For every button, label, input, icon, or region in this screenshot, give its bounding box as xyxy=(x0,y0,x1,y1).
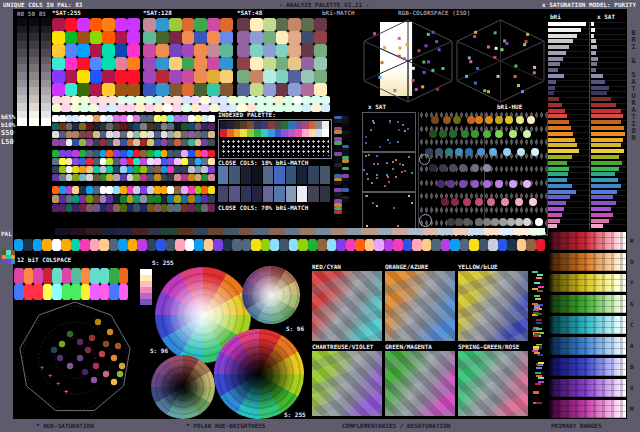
cell xyxy=(194,31,207,44)
swatch xyxy=(315,228,330,235)
sat128-toggle[interactable]: *SAT:128 xyxy=(143,9,172,17)
cell xyxy=(133,204,140,212)
tick xyxy=(536,319,542,321)
swatch xyxy=(309,129,316,137)
scatter-dot xyxy=(471,164,479,172)
cell xyxy=(127,139,134,146)
cell xyxy=(100,195,107,203)
cell xyxy=(422,239,431,251)
cell xyxy=(100,150,107,157)
swatch xyxy=(41,41,51,49)
cell xyxy=(237,57,250,70)
cell xyxy=(195,158,202,165)
pal-strip-bright xyxy=(14,239,545,251)
swatch xyxy=(193,228,208,235)
cell xyxy=(140,139,147,146)
cell xyxy=(156,83,169,96)
cell xyxy=(219,96,228,104)
cell xyxy=(181,150,188,157)
cube-dot xyxy=(465,75,468,78)
swatch xyxy=(297,166,307,184)
swatch xyxy=(41,72,51,80)
cell xyxy=(79,123,86,130)
cell xyxy=(298,239,307,251)
cell xyxy=(182,96,191,104)
cell xyxy=(120,139,127,146)
section-complementaries[interactable]: COMPLEMENTARIES / DESATURATION xyxy=(342,422,450,430)
dot xyxy=(365,136,367,138)
cell xyxy=(147,150,154,157)
cell xyxy=(161,186,168,194)
bri-bar xyxy=(548,178,567,182)
swatch xyxy=(514,228,529,235)
sat-bar xyxy=(591,97,611,101)
cell xyxy=(250,83,263,96)
saturation-model-toggle[interactable]: x SATURATION MODEL: PURITY xyxy=(542,1,636,9)
cell xyxy=(113,123,120,130)
cube-dot xyxy=(398,55,401,58)
section-polar-hue-brightness[interactable]: * POLAR HUE-BRIGHTNESS xyxy=(186,422,265,430)
cell xyxy=(79,139,86,146)
swatch xyxy=(315,129,322,137)
cell xyxy=(33,268,43,284)
comp-panel-yellow-blue xyxy=(458,271,528,341)
cell xyxy=(147,131,154,138)
hue-sat-dot xyxy=(111,355,117,361)
scatter-dot xyxy=(443,116,451,124)
dot xyxy=(376,174,378,176)
cell xyxy=(93,158,100,165)
scatter-dot xyxy=(447,180,455,188)
swatch xyxy=(499,228,514,235)
cell xyxy=(289,239,298,251)
swatch xyxy=(17,111,27,119)
cell xyxy=(65,18,78,31)
cell xyxy=(127,115,134,122)
hue-sat-dot xyxy=(59,341,65,347)
cell xyxy=(174,131,181,138)
cell xyxy=(174,139,181,146)
section-primary-ranges[interactable]: PRIMARY RANGES xyxy=(551,422,602,430)
bri-bar xyxy=(548,149,579,153)
mosaic-sat128 xyxy=(143,18,233,96)
cell xyxy=(201,195,208,203)
cell xyxy=(137,239,146,251)
cell xyxy=(113,139,120,146)
cell xyxy=(161,115,168,122)
sat-bar xyxy=(591,109,621,113)
scatter-dot xyxy=(475,218,483,226)
scatter-dot xyxy=(453,116,461,124)
cell xyxy=(113,150,120,157)
sat255-toggle[interactable]: *SAT:255 xyxy=(52,9,81,17)
cube-dot xyxy=(438,48,441,51)
cell xyxy=(140,150,147,157)
cell xyxy=(52,57,65,70)
sat48-toggle[interactable]: *SAT:48 xyxy=(237,9,262,17)
cell xyxy=(263,70,276,83)
section-hue-saturation[interactable]: * HUE-SATURATION xyxy=(36,422,94,430)
range-strip-violet xyxy=(548,379,626,397)
swatch xyxy=(322,121,329,129)
swatch xyxy=(41,33,51,41)
bri-bar xyxy=(548,213,562,217)
cell xyxy=(263,18,276,31)
cube-wireframe xyxy=(362,18,454,104)
dot xyxy=(402,124,404,126)
scatter-dot xyxy=(471,180,479,188)
polar-wheel-s96-dark xyxy=(151,355,215,419)
cell xyxy=(270,239,279,251)
cell xyxy=(140,166,147,173)
hue-sat-plus-mark: + xyxy=(40,364,44,372)
dot xyxy=(387,139,389,141)
cell xyxy=(207,83,220,96)
cell xyxy=(52,18,65,31)
cell xyxy=(143,83,156,96)
cube-dot xyxy=(497,75,500,78)
cube-dot xyxy=(487,46,490,49)
cell xyxy=(113,186,120,194)
cell xyxy=(72,174,79,181)
mosaic-sat255 xyxy=(52,18,140,96)
cell xyxy=(201,131,208,138)
cell xyxy=(154,195,161,203)
cell xyxy=(154,115,161,122)
cell xyxy=(100,123,107,130)
